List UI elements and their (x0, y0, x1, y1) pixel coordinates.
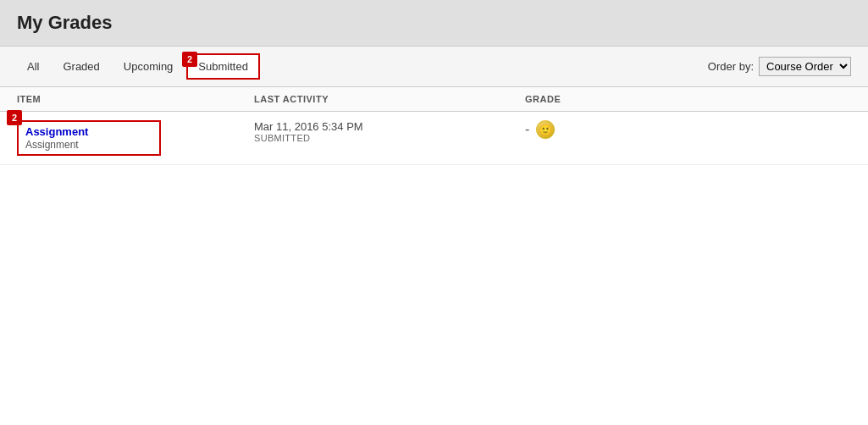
col-grade: Grade (508, 87, 868, 112)
item-link[interactable]: Assignment (25, 125, 152, 138)
order-by-label: Order by: (708, 60, 754, 73)
table-row: 2 Assignment Assignment Mar 11, 2016 5:3… (0, 112, 868, 165)
grades-table: Item Last Activity Grade 2 Assignment As… (0, 87, 868, 165)
activity-date: Mar 11, 2016 5:34 PM (254, 120, 491, 133)
step-badge-tab: 2 (182, 52, 197, 67)
order-by-select[interactable]: Course Order Date Title (759, 57, 851, 76)
item-step-badge: 2 (7, 110, 22, 125)
page-header: My Grades (0, 0, 868, 47)
table-header-row: Item Last Activity Grade (0, 87, 868, 112)
item-box: Assignment Assignment (17, 120, 161, 156)
col-last-activity: Last Activity (237, 87, 508, 112)
item-cell: 2 Assignment Assignment (0, 112, 237, 165)
grade-value-container: - 🙂 (525, 120, 851, 139)
smiley-icon: 🙂 (536, 120, 555, 139)
activity-cell: Mar 11, 2016 5:34 PM SUBMITTED (237, 112, 508, 165)
order-by-container: Order by: Course Order Date Title (708, 57, 851, 76)
tab-upcoming[interactable]: Upcoming (113, 55, 184, 78)
grade-cell: - 🙂 (508, 112, 868, 165)
item-subtext: Assignment (25, 139, 79, 151)
tab-graded[interactable]: Graded (53, 55, 109, 78)
tab-submitted[interactable]: Submitted (186, 53, 260, 80)
tab-all[interactable]: All (17, 55, 49, 78)
tab-bar: 2 All Graded Upcoming Submitted Order by… (0, 47, 868, 87)
page-title: My Grades (17, 12, 113, 33)
grade-dash: - (525, 122, 529, 137)
col-item: Item (0, 87, 237, 112)
activity-status: SUBMITTED (254, 133, 491, 143)
